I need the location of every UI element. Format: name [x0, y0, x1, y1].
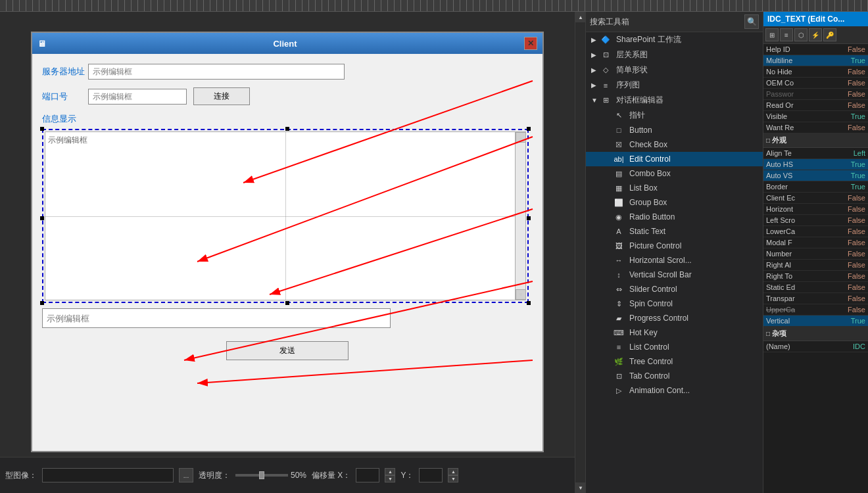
tree-scrollbar[interactable]: ▲ ▼ [575, 12, 585, 493]
handle-mr[interactable] [527, 216, 531, 220]
prop-row-16[interactable]: LowerCaFalse [763, 226, 868, 237]
handle-bm[interactable] [285, 301, 289, 305]
dialog-titlebar: 🖥 Client ✕ [32, 33, 542, 54]
x-up-btn[interactable]: ▲ [385, 468, 395, 475]
x-spinner[interactable]: ▲ ▼ [385, 468, 395, 482]
close-button[interactable]: ✕ [524, 37, 537, 50]
image-input[interactable] [42, 468, 174, 482]
connect-button[interactable]: 连接 [193, 87, 250, 105]
tree-item-hot-key[interactable]: ⌨Hot Key [586, 325, 763, 340]
tree-item-progress-ctrl[interactable]: ▰Progress Control [586, 311, 763, 325]
tree-item-edit-control[interactable]: ab|Edit Control [586, 152, 763, 166]
handle-tr[interactable] [527, 127, 531, 131]
props-hex-icon[interactable]: ⬡ [794, 28, 808, 41]
prop-row-23[interactable]: UpperCaFalse [763, 304, 868, 316]
x-down-btn[interactable]: ▼ [385, 475, 395, 482]
prop-row-4[interactable]: PassworFalse [763, 89, 868, 100]
tree-item-picture-ctrl[interactable]: 🖼Picture Control [586, 239, 763, 253]
prop-row-6[interactable]: VisibleTrue [763, 111, 868, 122]
handle-tm[interactable] [285, 127, 289, 131]
tree-item-sequence-diagram[interactable]: ▶≡序列图 [586, 78, 763, 93]
bottom-bar: 型图像： ... 透明度： 50% 偏移量 X： 0 ▲ ▼ Y： 0 ▲ ▼ [0, 457, 575, 493]
search-button[interactable]: 🔍 [744, 14, 759, 29]
y-spinner[interactable]: ▲ ▼ [448, 468, 458, 482]
props-key-icon[interactable]: 🔑 [823, 28, 836, 41]
tree-item-tree-ctrl[interactable]: 🌿Tree Control [586, 354, 763, 369]
prop-row-12[interactable]: BorderTrue [763, 181, 868, 193]
handle-tl[interactable] [40, 127, 44, 131]
crosshair-h [45, 216, 515, 217]
tree-item-sharepoint[interactable]: ▶🔷SharePoint 工作流 [586, 32, 763, 47]
tree-scroll-track[interactable] [575, 22, 585, 482]
tree-item-label-spin-ctrl: Spin Control [629, 299, 673, 308]
prop-row-10[interactable]: Auto HSTrue [763, 159, 868, 170]
props-list-icon[interactable]: ≡ [780, 28, 793, 41]
tree-item-checkbox[interactable]: ☒Check Box [586, 137, 763, 152]
scrollbar-vertical[interactable]: ▲ ▼ [515, 132, 525, 300]
prop-row-20[interactable]: Right ToFalse [763, 271, 868, 282]
prop-row-21[interactable]: Static EdFalse [763, 282, 868, 293]
prop-row-2[interactable]: No HideFalse [763, 66, 868, 78]
tree-item-static-text[interactable]: AStatic Text [586, 224, 763, 239]
prop-row-17[interactable]: Modal FFalse [763, 237, 868, 248]
tree-scroll-up[interactable]: ▲ [575, 12, 586, 22]
tree-item-radio-btn[interactable]: ◉Radio Button [586, 210, 763, 224]
tree-item-dialog-editor[interactable]: ▼⊞对话框编辑器 [586, 93, 763, 108]
tree-item-group-box[interactable]: ⬜Group Box [586, 195, 763, 210]
prop-row-11[interactable]: Auto VSTrue [763, 170, 868, 181]
prop-row-1[interactable]: MultilineTrue [763, 55, 868, 66]
tree-item-slider-ctrl[interactable]: ⇔Slider Control [586, 282, 763, 296]
scroll-up-arrow[interactable]: ▲ [516, 132, 526, 143]
y-up-btn[interactable]: ▲ [448, 468, 458, 475]
tree-item-label-list-box: List Box [629, 183, 658, 193]
tree-item-animation-cont[interactable]: ▷Animation Cont... [586, 383, 763, 398]
prop-row-5[interactable]: Read OrFalse [763, 100, 868, 111]
prop-row-0[interactable]: Help IDFalse [763, 44, 868, 55]
prop-name-0: Help ID [766, 45, 848, 53]
tree-panel[interactable]: ▶🔷SharePoint 工作流▶⊡层关系图▶◇简单形状▶≡序列图▼⊞对话框编辑… [586, 32, 763, 493]
prop-row-9[interactable]: Align TeLeft [763, 148, 868, 159]
props-bolt-icon[interactable]: ⚡ [809, 28, 822, 41]
prop-row-22[interactable]: TransparFalse [763, 293, 868, 304]
tree-item-combo-box[interactable]: ▤Combo Box [586, 166, 763, 181]
port-input[interactable] [88, 89, 187, 105]
tree-scroll-down[interactable]: ▼ [575, 482, 586, 493]
scroll-track[interactable] [516, 143, 525, 289]
tree-item-tab-ctrl[interactable]: ⊡Tab Control [586, 369, 763, 383]
handle-bl[interactable] [40, 301, 44, 305]
tree-item-horiz-scroll[interactable]: ↔Horizontal Scrol... [586, 253, 763, 268]
prop-row-26[interactable]: (Name)IDC [763, 341, 868, 352]
prop-row-7[interactable]: Want ReFalse [763, 122, 868, 133]
tree-item-button[interactable]: □Button [586, 123, 763, 137]
prop-row-24[interactable]: VerticalTrue [763, 316, 868, 327]
y-down-btn[interactable]: ▼ [448, 475, 458, 482]
prop-row-13[interactable]: Client EcFalse [763, 193, 868, 204]
props-grid-icon[interactable]: ⊞ [765, 28, 779, 41]
prop-value-6: True [851, 112, 865, 120]
tree-item-pointer[interactable]: ↖指针 [586, 108, 763, 123]
prop-row-18[interactable]: NumberFalse [763, 248, 868, 260]
send-button[interactable]: 发送 [226, 341, 349, 360]
image-browse-button[interactable]: ... [179, 468, 193, 482]
opacity-slider[interactable] [235, 474, 288, 477]
offset-y-input[interactable]: 0 [419, 468, 443, 482]
handle-br[interactable] [527, 301, 531, 305]
tree-item-spin-ctrl[interactable]: ⇕Spin Control [586, 296, 763, 311]
prop-row-14[interactable]: HorizontFalse [763, 204, 868, 215]
tree-item-icon-sequence-diagram: ≡ [600, 80, 611, 91]
prop-row-15[interactable]: Left ScroFalse [763, 215, 868, 226]
bottom-input[interactable] [42, 308, 391, 328]
tree-item-vert-scroll[interactable]: ↕Vertical Scroll Bar [586, 268, 763, 282]
tree-item-icon-combo-box: ▤ [614, 168, 624, 179]
offset-x-input[interactable]: 0 [356, 468, 379, 482]
server-input[interactable] [88, 64, 345, 80]
tree-item-icon-layer-diagram: ⊡ [600, 50, 611, 60]
tree-item-list-ctrl[interactable]: ≡List Control [586, 340, 763, 354]
prop-row-19[interactable]: Right AlFalse [763, 260, 868, 271]
scroll-down-arrow[interactable]: ▼ [516, 289, 526, 300]
tree-item-simple-shape[interactable]: ▶◇简单形状 [586, 62, 763, 78]
tree-item-list-box[interactable]: ▦List Box [586, 181, 763, 195]
tree-item-layer-diagram[interactable]: ▶⊡层关系图 [586, 47, 763, 62]
prop-row-3[interactable]: OEM CoFalse [763, 78, 868, 89]
handle-ml[interactable] [40, 216, 44, 220]
